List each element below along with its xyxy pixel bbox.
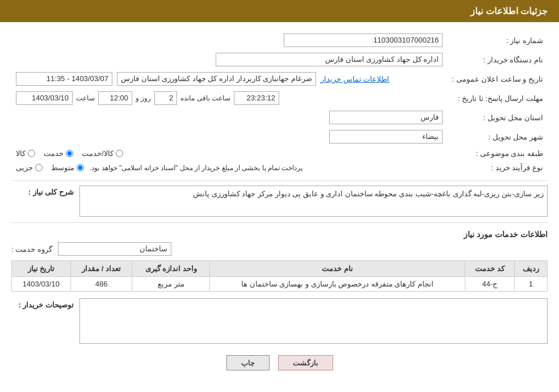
services-table-body: 1 ج-44 انجام کارهای متفرقه درخصوص بازساز…	[12, 277, 548, 292]
category-label: طبقه بندی موضوعی :	[447, 146, 548, 161]
province-label: استان محل تحویل :	[447, 108, 548, 127]
divider-1	[11, 180, 548, 181]
service-date: 1403/03/10	[12, 277, 71, 292]
category-service-item: خدمت	[44, 149, 73, 158]
button-row: بازگشت چاپ	[11, 355, 548, 382]
service-group-row: گروه خدمت : ساختمان	[11, 242, 548, 256]
services-table: ردیف کد خدمت نام خدمت واحد اندازه گیری ت…	[11, 260, 548, 292]
category-row: طبقه بندی موضوعی : کالا خدمت کالا/خدمت	[11, 146, 548, 161]
category-service-radio[interactable]	[66, 150, 73, 157]
creator-value: ضرغام جهانبازی کاریردار اداره کل جهاد کش…	[117, 72, 316, 86]
deadline-days: 2	[154, 91, 177, 105]
purchase-jozi-radio[interactable]	[35, 164, 43, 171]
info-table: شماره نیاز : 1103003107000216 نام دستگاه…	[11, 31, 548, 175]
deadline-days-label: روز و	[136, 94, 151, 102]
print-button[interactable]: چاپ	[226, 355, 270, 370]
city-row: شهر محل تحویل : بیضاء	[11, 127, 548, 146]
announcement-creator-row: تاریخ و ساعت اعلان عمومی : 1403/03/07 - …	[11, 69, 548, 88]
col-header-date: تاریخ نیاز	[12, 261, 71, 277]
buyer-notes-section: توصیحات خریدار :	[11, 298, 548, 344]
need-number-value-cell: 1103003107000216	[11, 31, 447, 50]
need-number-label: شماره نیاز :	[447, 31, 548, 50]
service-name: انجام کارهای متفرقه درخصوص بازسازی و بهس…	[210, 277, 465, 292]
deadline-time-label: ساعت	[76, 94, 95, 102]
services-header-row: ردیف کد خدمت نام خدمت واحد اندازه گیری ت…	[12, 261, 548, 277]
page-title: جزئیات اطلاعات نیاز	[470, 6, 548, 16]
purchase-mota-radio[interactable]	[77, 164, 84, 171]
purchase-type-label: نوع فرآیند خرید :	[447, 161, 548, 175]
buyer-org-value-cell: اداره کل جهاد کشاورزی استان فارس	[11, 50, 447, 69]
announcement-value: 1403/03/07 - 11:35	[16, 72, 112, 86]
city-value: بیضاء	[329, 130, 443, 144]
description-section: شرح کلی نیاز : زیر سازی-بتن ریزی-لبه گذا…	[11, 186, 548, 217]
need-number-row: شماره نیاز : 1103003107000216	[11, 31, 548, 50]
buyer-org-row: نام دستگاه خریدار : اداره کل جهاد کشاورز…	[11, 50, 548, 69]
purchase-type-row: نوع فرآیند خرید : جزیی متوسط	[11, 161, 548, 175]
table-row: 1 ج-44 انجام کارهای متفرقه درخصوص بازساز…	[12, 277, 548, 292]
purchase-mota-item: متوسط	[51, 163, 84, 172]
deadline-label: مهلت ارسال پاسخ: تا تاریخ :	[447, 88, 548, 108]
purchase-jozi-item: جزیی	[16, 163, 43, 172]
announcement-label: تاریخ و ساعت اعلان عمومی :	[447, 69, 548, 88]
category-cell: کالا خدمت کالا/خدمت	[11, 146, 447, 161]
row-num: 1	[514, 277, 547, 292]
col-header-code: کد خدمت	[465, 261, 515, 277]
deadline-time: 12:00	[98, 91, 132, 105]
back-button[interactable]: بازگشت	[278, 355, 333, 370]
purchase-mota-label: متوسط	[51, 163, 74, 172]
service-group-value: ساختمان	[58, 242, 171, 256]
description-value: زیر سازی-بتن ریزی-لبه گذاری باغچه-شیب بن…	[79, 186, 548, 217]
deadline-row: مهلت ارسال پاسخ: تا تاریخ : 1403/03/10 س…	[11, 88, 548, 108]
deadline-remaining: 23:23:12	[234, 91, 279, 105]
deadline-remaining-label: ساعت باقی مانده	[180, 94, 230, 102]
deadline-date: 1403/03/10	[16, 91, 73, 105]
contact-link[interactable]: اطلاعات تماس خریدار	[321, 75, 389, 83]
services-table-head: ردیف کد خدمت نام خدمت واحد اندازه گیری ت…	[12, 261, 548, 277]
province-row: استان محل تحویل : فارس	[11, 108, 548, 127]
deadline-cell: 1403/03/10 ساعت 12:00 روز و 2 ساعت باقی …	[11, 88, 447, 108]
col-header-rownum: ردیف	[514, 261, 547, 277]
category-kala-item: کالا	[16, 149, 35, 158]
category-both-label: کالا/خدمت	[82, 149, 114, 158]
purchase-note: پرداخت تمام یا بخشی از مبلغ خریدار از مح…	[90, 164, 302, 172]
category-kala-label: کالا	[16, 149, 26, 158]
services-title: اطلاعات خدمات مورد نیاز	[11, 230, 548, 239]
service-unit: متر مربع	[132, 277, 210, 292]
buyer-notes-label: توصیحات خریدار :	[11, 298, 74, 309]
category-kala-radio[interactable]	[28, 150, 35, 157]
page-header: جزئیات اطلاعات نیاز	[0, 0, 559, 22]
col-header-qty: تعداد / مقدار	[70, 261, 132, 277]
city-label: شهر محل تحویل :	[447, 127, 548, 146]
service-group-label: گروه خدمت :	[11, 245, 52, 254]
page-wrapper: جزئیات اطلاعات نیاز شماره نیاز : 1103003…	[0, 0, 559, 392]
col-header-unit: واحد اندازه گیری	[132, 261, 210, 277]
category-both-item: کالا/خدمت	[82, 149, 123, 158]
buyer-notes-textarea[interactable]	[79, 298, 548, 344]
announcement-creator-cell: 1403/03/07 - 11:35 ضرغام جهانبازی کاریرد…	[11, 69, 447, 88]
need-number-value: 1103003107000216	[284, 33, 443, 47]
buyer-org-value: اداره کل جهاد کشاورزی استان فارس	[216, 53, 443, 66]
description-label: شرح کلی نیاز :	[11, 186, 74, 196]
divider-2	[11, 222, 548, 223]
buyer-org-label: نام دستگاه خریدار :	[447, 50, 548, 69]
col-header-name: نام خدمت	[210, 261, 465, 277]
category-service-label: خدمت	[44, 149, 64, 158]
service-code: ج-44	[465, 277, 515, 292]
city-cell: بیضاء	[11, 127, 447, 146]
main-content: شماره نیاز : 1103003107000216 نام دستگاه…	[0, 22, 559, 390]
service-qty: 486	[70, 277, 132, 292]
purchase-type-cell: جزیی متوسط پرداخت تمام یا بخشی از مبلغ خ…	[11, 161, 447, 175]
province-cell: فارس	[11, 108, 447, 127]
category-both-radio[interactable]	[116, 150, 123, 157]
purchase-jozi-label: جزیی	[16, 163, 33, 172]
province-value: فارس	[329, 111, 443, 124]
